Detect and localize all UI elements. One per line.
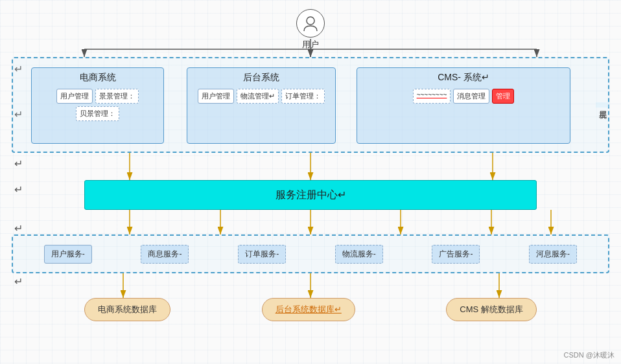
systems-layer-label: 层视层 [596, 102, 609, 108]
module-cms-unknown: ~~~~~~~~ [413, 89, 451, 104]
service-registry-label: 服务注册中心↵ [275, 188, 346, 202]
user-icon [296, 9, 325, 38]
svg-point-26 [307, 17, 314, 25]
service-river: 河息服务- [529, 245, 577, 264]
module-back-user: 用户管理 [198, 89, 234, 104]
module-ecom-pay: 贝景管理： [76, 106, 119, 121]
service-order: 订单服务- [238, 245, 286, 264]
backend-title: 后台系统 [187, 68, 335, 86]
ecommerce-system-box: 电商系统 用户管理 景景管理： 贝景管理： [31, 67, 164, 144]
ecommerce-title: 电商系统 [32, 68, 163, 86]
ecommerce-modules: 用户管理 景景管理： 贝景管理： [32, 86, 163, 124]
svg-text:↵: ↵ [14, 158, 23, 169]
main-canvas: ↵ ↵ ↵ ↵ ↵ ↵ 用户 层视层 电商系统 用户管理 景景管理： 贝景管理： [0, 0, 621, 364]
user-label: 用户 [302, 39, 319, 51]
cms-modules: ~~~~~~~~ 消息管理 管理 [357, 86, 570, 106]
module-cms-manage: 管理 [492, 89, 514, 104]
cms-system-box: CMS- 系统↵ ~~~~~~~~ 消息管理 管理 [357, 67, 570, 144]
service-registry-box: 服务注册中心↵ [84, 180, 537, 210]
module-ecom-user: 用户管理 [56, 89, 93, 104]
backend-system-box: 后台系统 用户管理 物流管理↵ 订单管理： [187, 67, 336, 144]
module-back-logistics: 物流管理↵ [237, 89, 279, 104]
services-outer-box: 用户服务- 商息服务- 订单服务- 物流服务- 广告服务- 河息服务- [12, 234, 609, 273]
watermark: CSDN @沐暖沐 [564, 350, 615, 360]
db-cms: CMS 解统数据库 [446, 298, 537, 321]
svg-text:↵: ↵ [14, 223, 23, 234]
db-backend: 后台系统数据库↵ [262, 298, 355, 321]
user-node: 用户 [296, 9, 325, 51]
module-ecom-goods: 景景管理： [95, 89, 139, 104]
cms-title: CMS- 系统↵ [357, 68, 570, 86]
backend-modules: 用户管理 物流管理↵ 订单管理： [187, 86, 335, 106]
services-row: 用户服务- 商息服务- 订单服务- 物流服务- 广告服务- 河息服务- [13, 236, 608, 272]
service-ad: 广告服务- [432, 245, 480, 264]
service-goods: 商息服务- [141, 245, 189, 264]
module-cms-message: 消息管理 [453, 89, 489, 104]
service-logistics: 物流服务- [335, 245, 383, 264]
db-ecommerce: 电商系统数据库 [84, 298, 170, 321]
database-row: 电商系统数据库 后台系统数据库↵ CMS 解统数据库 [0, 298, 621, 321]
svg-text:↵: ↵ [14, 184, 23, 195]
service-user: 用户服务- [44, 245, 92, 264]
module-back-order: 订单管理： [281, 89, 325, 104]
systems-outer-box: 层视层 电商系统 用户管理 景景管理： 贝景管理： 后台系统 用户管理 物流管理… [12, 57, 609, 153]
svg-text:↵: ↵ [14, 276, 23, 287]
